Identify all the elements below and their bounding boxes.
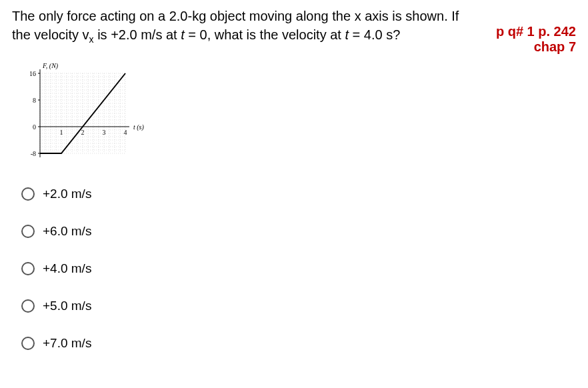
svg-text:3: 3	[103, 129, 106, 136]
radio-icon[interactable]	[21, 262, 35, 275]
svg-text:1: 1	[60, 129, 63, 136]
reference-line-1: p q# 1 p. 242	[476, 24, 576, 39]
radio-icon[interactable]	[21, 337, 35, 350]
force-time-chart: -808161234F, (N)t (s)	[19, 60, 576, 167]
question-reference: p q# 1 p. 242 chap 7	[476, 7, 576, 55]
svg-text:t (s): t (s)	[133, 123, 145, 131]
radio-icon[interactable]	[21, 299, 35, 313]
answer-option-label: +7.0 m/s	[43, 336, 91, 351]
radio-icon[interactable]	[21, 187, 35, 201]
svg-text:F, (N): F, (N)	[42, 62, 59, 70]
answer-option[interactable]: +2.0 m/s	[21, 187, 576, 201]
answer-options: +2.0 m/s+6.0 m/s+4.0 m/s+5.0 m/s+7.0 m/s	[21, 187, 576, 351]
svg-text:4: 4	[124, 129, 127, 136]
radio-icon[interactable]	[21, 225, 35, 238]
svg-text:8: 8	[33, 97, 36, 104]
answer-option[interactable]: +4.0 m/s	[21, 261, 576, 276]
answer-option[interactable]: +7.0 m/s	[21, 336, 576, 351]
svg-text:-8: -8	[31, 150, 36, 157]
answer-option[interactable]: +6.0 m/s	[21, 224, 576, 239]
answer-option-label: +6.0 m/s	[43, 224, 91, 239]
question-text: The only force acting on a 2.0-kg object…	[12, 7, 476, 47]
reference-line-2: chap 7	[476, 39, 576, 55]
svg-text:2: 2	[81, 129, 85, 136]
answer-option[interactable]: +5.0 m/s	[21, 299, 576, 313]
svg-text:0: 0	[33, 123, 36, 131]
answer-option-label: +5.0 m/s	[43, 299, 91, 313]
svg-text:16: 16	[29, 70, 36, 77]
answer-option-label: +4.0 m/s	[43, 261, 91, 276]
answer-option-label: +2.0 m/s	[43, 187, 91, 201]
